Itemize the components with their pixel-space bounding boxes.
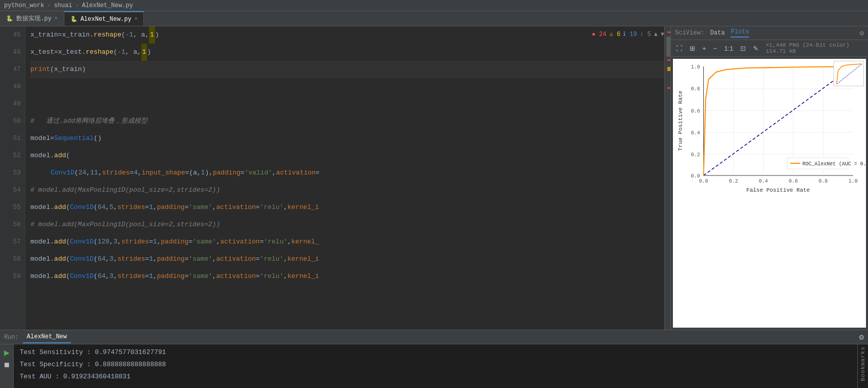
python-icon-2: 🐍 [70, 16, 78, 22]
close-tab-1[interactable]: × [55, 16, 58, 21]
sciview-toolbar: SciView: Data Plots ⚙ [671, 26, 868, 40]
run-tab-alexnet[interactable]: AlexNet_New [23, 331, 71, 343]
svg-text:0.4: 0.4 [759, 179, 768, 184]
image-meta: ×1,440 PNG (24-bit color) 114.71 kB [766, 42, 865, 54]
run-settings-icon[interactable]: ⚙ [859, 332, 864, 342]
code-line-56: # model.add(MaxPooling1D(pool_size=2,str… [30, 216, 664, 233]
zoom-fit-icon[interactable]: ⊡ [738, 44, 748, 53]
run-controls: ▶ ⏹ [0, 344, 14, 388]
error-bar: ● 24 ⚠ 6 ℹ 19 ↕ 5 ▲ ▼ [586, 26, 670, 42]
svg-text:ROC_AlexNet (AUC = 0.92): ROC_AlexNet (AUC = 0.92) [803, 161, 866, 167]
code-line-45: x_train = x_train.reshape(-1, a, 1) [30, 26, 664, 44]
error-count: ● 24 [592, 31, 607, 38]
run-panel: Run: AlexNet_New ⚙ ▶ ⏹ Test Sensitivity … [0, 330, 868, 388]
sciview-panel: SciView: Data Plots ⚙ ⛶ ⊞ + − 1:1 ⊡ ✎ ×1… [670, 26, 868, 330]
close-tab-2[interactable]: × [134, 16, 137, 22]
sciview-icon-toolbar: ⛶ ⊞ + − 1:1 ⊡ ✎ ×1,440 PNG (24-bit color… [671, 40, 868, 57]
code-line-46: x_test = x_test.reshape(-1, a, 1) [30, 44, 664, 61]
tab-alexnet[interactable]: 🐍 AlexNet_New.py × [64, 11, 144, 26]
svg-text:1.0: 1.0 [691, 64, 700, 70]
svg-text:0.0: 0.0 [699, 179, 708, 184]
right-scrollbar[interactable] [664, 26, 670, 330]
svg-text:0.4: 0.4 [691, 130, 700, 136]
run-stop-button[interactable]: ⏹ [2, 360, 11, 370]
run-label: Run: [4, 334, 19, 341]
code-line-52: model.add( [30, 147, 664, 164]
code-line-49 [30, 95, 664, 113]
code-container: 45 46 47 48 49 50 51 52 53 54 55 56 57 5… [0, 26, 670, 330]
code-line-54: # model.add(MaxPooling1D(pool_size=2,str… [30, 182, 664, 199]
info-count: ℹ 19 [623, 30, 637, 38]
python-icon-1: 🐍 [6, 15, 13, 22]
chart-container: 0.0 0.2 0.4 0.6 0.8 1.0 0.0 0.2 0.4 0.6 … [673, 59, 866, 328]
tab-alexnet-label: AlexNet_New.py [81, 16, 132, 23]
svg-text:0.8: 0.8 [691, 86, 700, 92]
run-side-icons: Bookmarks [857, 344, 868, 388]
expand-icon[interactable]: ⛶ [674, 44, 685, 53]
grid-icon[interactable]: ⊞ [688, 44, 697, 53]
top-bar: python_work › shuai › AlexNet_New.py [0, 0, 868, 11]
sciview-label: SciView: [675, 29, 704, 37]
svg-text:0.2: 0.2 [729, 179, 738, 184]
chevron-down-icon[interactable]: ▼ [661, 31, 664, 38]
tab-shuju-label: 数据实现.py [16, 14, 52, 23]
code-line-50: # 通过.add将网络层堆叠，形成模型 [30, 113, 664, 130]
run-tab-bar: Run: AlexNet_New ⚙ [0, 330, 868, 344]
code-line-58: model.add(Conv1D(64, 3, strides=1, paddi… [30, 251, 664, 268]
zoom-reset-icon[interactable]: 1:1 [722, 44, 735, 53]
svg-text:0.8: 0.8 [818, 179, 827, 184]
tab-bar: 🐍 数据实现.py × 🐍 AlexNet_New.py × [0, 11, 868, 26]
run-play-button[interactable]: ▶ [3, 347, 11, 358]
code-lines: x_train = x_train.reshape(-1, a, 1) x_te… [25, 26, 664, 330]
code-line-53: Conv1D(24, 11, strides=4, input_shape=(a… [30, 164, 664, 182]
code-line-51: model = Sequential() [30, 130, 664, 147]
other-count: ↕ 5 [640, 31, 651, 38]
bookmarks-icon[interactable]: Bookmarks [860, 346, 866, 381]
svg-text:False Positive Rate: False Positive Rate [746, 187, 810, 193]
chevron-up-icon[interactable]: ▲ [654, 31, 658, 38]
tab-shuju[interactable]: 🐍 数据实现.py × [0, 11, 64, 26]
code-line-48 [30, 78, 664, 95]
line-numbers: 45 46 47 48 49 50 51 52 53 54 55 56 57 5… [0, 26, 25, 330]
folder-name: shuai [54, 2, 72, 9]
code-line-47: print(x_train) [30, 61, 664, 78]
editor-area: ● 24 ⚠ 6 ℹ 19 ↕ 5 ▲ ▼ 45 46 47 48 49 50 … [0, 26, 670, 330]
svg-text:1.0: 1.0 [848, 179, 857, 184]
code-line-55: model.add(Conv1D(64, 5, strides=1, paddi… [30, 199, 664, 216]
run-line-2: Test Specificity : 0.8888888888888888 [20, 359, 851, 371]
file-name-breadcrumb: AlexNet_New.py [82, 2, 133, 9]
code-line-59: model.add(Conv1D(64, 3, strides=1, paddi… [30, 268, 664, 285]
pencil-icon[interactable]: ✎ [751, 44, 761, 53]
project-name: python_work [4, 2, 44, 9]
code-line-57: model.add(Conv1D(128, 3, strides=1, padd… [30, 233, 664, 251]
svg-text:0.6: 0.6 [788, 179, 798, 184]
sciview-tab-data[interactable]: Data [710, 29, 725, 37]
run-output: Test Sensitivity : 0.9747577031627791 Te… [14, 344, 857, 388]
zoom-out-icon[interactable]: − [711, 44, 720, 53]
warning-count: ⚠ 6 [610, 30, 621, 38]
svg-text:True Positive Rate: True Positive Rate [677, 91, 684, 151]
svg-text:0.6: 0.6 [691, 109, 700, 114]
zoom-in-icon[interactable]: + [700, 44, 708, 53]
svg-text:0.2: 0.2 [691, 152, 700, 158]
run-line-1: Test Sensitivity : 0.9747577031627791 [20, 346, 851, 359]
settings-icon[interactable]: ⚙ [860, 29, 864, 38]
sciview-tab-plots[interactable]: Plots [731, 28, 749, 38]
chart-thumbnail [834, 61, 864, 86]
run-layout: ▶ ⏹ Test Sensitivity : 0.974757703162779… [0, 344, 868, 388]
run-line-3: Test AUU : 0.919234360410831 [20, 371, 851, 383]
